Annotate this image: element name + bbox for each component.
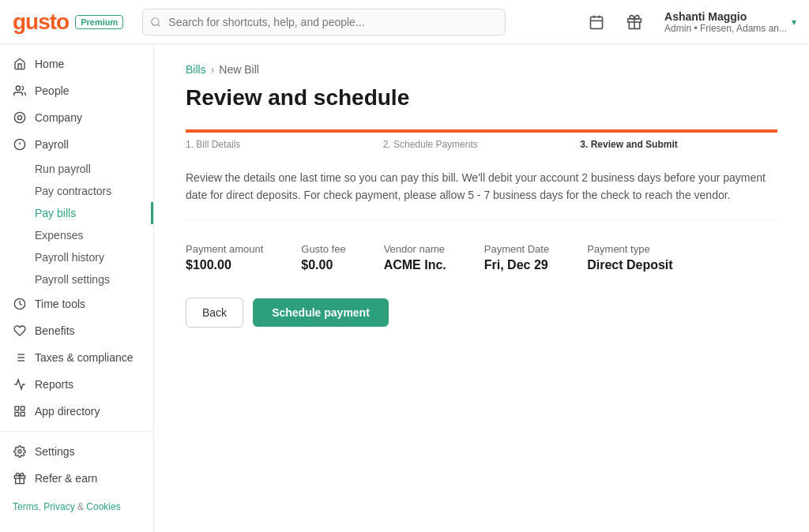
- sidebar-item-people[interactable]: People: [0, 77, 153, 104]
- cookies-link[interactable]: Cookies: [86, 501, 120, 512]
- sidebar-sub-expenses[interactable]: Expenses: [0, 224, 153, 246]
- schedule-payment-button[interactable]: Schedule payment: [253, 298, 389, 327]
- top-nav: gusto Premium Ashanti Maggio Admin • Fri…: [0, 0, 809, 44]
- progress-step-3: 3. Review and Submit: [580, 129, 777, 150]
- payment-details: Payment amount $100.00 Gusto fee $0.00 V…: [186, 243, 777, 272]
- sidebar-item-taxes-label: Taxes & compliance: [35, 351, 134, 364]
- sidebar-item-refer-label: Refer & earn: [35, 472, 97, 485]
- progress-bar-3: [580, 129, 777, 133]
- user-role: Admin • Friesen, Adams an...: [664, 23, 787, 34]
- step-label-3: 3. Review and Submit: [580, 139, 777, 150]
- sidebar-item-app-directory[interactable]: App directory: [0, 398, 153, 425]
- detail-vendor: Vendor name ACME Inc.: [384, 243, 446, 272]
- privacy-link[interactable]: Privacy: [43, 501, 74, 512]
- sidebar-item-home[interactable]: Home: [0, 51, 153, 77]
- breadcrumb-parent-link[interactable]: Bills: [186, 63, 206, 76]
- sidebar-sub-payroll-settings[interactable]: Payroll settings: [0, 268, 153, 290]
- search-input[interactable]: [142, 9, 506, 36]
- sidebar-item-app-label: App directory: [35, 405, 100, 418]
- page-title: Review and schedule: [186, 85, 777, 111]
- gift-icon: [627, 14, 642, 30]
- vendor-label: Vendor name: [384, 243, 446, 255]
- refer-icon: [13, 471, 27, 485]
- svg-rect-21: [15, 406, 19, 410]
- sidebar-item-home-label: Home: [35, 58, 64, 70]
- company-icon: [13, 111, 27, 125]
- sidebar-sub-pay-bills[interactable]: Pay bills: [0, 202, 153, 224]
- detail-type: Payment type Direct Deposit: [587, 243, 672, 272]
- pay-contractors-label: Pay contractors: [35, 185, 111, 197]
- svg-point-10: [17, 115, 21, 119]
- settings-icon: [13, 444, 27, 459]
- sidebar-item-settings[interactable]: Settings: [0, 438, 153, 465]
- sidebar-item-company-label: Company: [35, 111, 82, 124]
- progress-section: 1. Bill Details 2. Schedule Payments 3. …: [186, 129, 777, 150]
- sidebar-item-refer[interactable]: Refer & earn: [0, 465, 153, 492]
- svg-point-25: [18, 450, 21, 453]
- sidebar-footer: Terms, Privacy & Cookies: [0, 492, 153, 522]
- svg-rect-23: [15, 412, 19, 416]
- user-details: Ashanti Maggio Admin • Friesen, Adams an…: [664, 10, 787, 34]
- sidebar-item-company[interactable]: Company: [0, 104, 153, 131]
- reports-icon: [13, 377, 27, 392]
- calendar-icon-button[interactable]: [582, 8, 611, 36]
- sidebar-item-reports-label: Reports: [35, 378, 73, 391]
- sidebar-sub-run-payroll[interactable]: Run payroll: [0, 158, 153, 180]
- logo: gusto Premium: [13, 9, 123, 35]
- logo-text: gusto: [13, 9, 69, 35]
- sidebar-item-time-tools[interactable]: Time tools: [0, 290, 153, 317]
- date-value: Fri, Dec 29: [484, 258, 549, 272]
- gift-icon-button[interactable]: [620, 8, 649, 36]
- sidebar-item-people-label: People: [35, 84, 70, 97]
- sidebar-item-payroll[interactable]: Payroll: [0, 131, 153, 158]
- sidebar-sub-payroll-history[interactable]: Payroll history: [0, 246, 153, 268]
- type-label: Payment type: [587, 243, 672, 255]
- search-bar: [142, 9, 506, 36]
- search-wrapper: [142, 9, 506, 36]
- fee-value: $0.00: [301, 258, 345, 272]
- step-label-1: 1. Bill Details: [186, 139, 383, 150]
- chevron-down-icon: ▾: [792, 17, 796, 28]
- amount-label: Payment amount: [186, 243, 263, 255]
- back-button[interactable]: Back: [186, 298, 243, 328]
- type-value: Direct Deposit: [587, 258, 672, 272]
- sidebar-item-payroll-label: Payroll: [35, 138, 69, 151]
- payroll-settings-label: Payroll settings: [35, 273, 110, 286]
- sidebar: Home People Company Payroll: [0, 44, 154, 532]
- user-name: Ashanti Maggio: [664, 10, 787, 23]
- svg-point-9: [14, 112, 24, 122]
- sidebar-sub-pay-contractors[interactable]: Pay contractors: [0, 180, 153, 202]
- main-content: Bills › New Bill Review and schedule 1. …: [154, 44, 809, 532]
- main-area: Home People Company Payroll: [0, 44, 809, 532]
- pay-bills-label: Pay bills: [35, 207, 76, 219]
- sidebar-item-time-label: Time tools: [35, 298, 85, 310]
- svg-point-0: [152, 17, 159, 24]
- sidebar-item-taxes[interactable]: Taxes & compliance: [0, 344, 153, 371]
- user-info[interactable]: Ashanti Maggio Admin • Friesen, Adams an…: [664, 10, 796, 34]
- progress-bar-2: [383, 129, 581, 133]
- calendar-icon: [589, 14, 604, 30]
- progress-step-2: 2. Schedule Payments: [383, 129, 581, 150]
- expenses-label: Expenses: [35, 229, 83, 242]
- sidebar-item-benefits-label: Benefits: [35, 324, 75, 337]
- progress-steps: 1. Bill Details 2. Schedule Payments 3. …: [186, 129, 777, 150]
- benefits-icon: [13, 324, 27, 338]
- time-icon: [13, 297, 27, 311]
- svg-rect-22: [21, 406, 24, 410]
- app-icon: [13, 404, 27, 418]
- breadcrumb-current: New Bill: [219, 63, 259, 76]
- payroll-history-label: Payroll history: [35, 251, 104, 264]
- detail-amount: Payment amount $100.00: [186, 243, 263, 272]
- terms-link[interactable]: Terms: [13, 501, 39, 512]
- sidebar-item-benefits[interactable]: Benefits: [0, 317, 153, 344]
- page-description: Review the details one last time so you …: [186, 169, 777, 221]
- svg-line-1: [158, 24, 160, 26]
- breadcrumb: Bills › New Bill: [186, 63, 777, 76]
- progress-bar-1: [186, 129, 383, 133]
- vendor-value: ACME Inc.: [384, 258, 446, 272]
- taxes-icon: [13, 350, 27, 365]
- svg-rect-2: [591, 17, 603, 28]
- amount-value: $100.00: [186, 258, 263, 272]
- and-sep: &: [75, 501, 87, 512]
- sidebar-item-reports[interactable]: Reports: [0, 371, 153, 398]
